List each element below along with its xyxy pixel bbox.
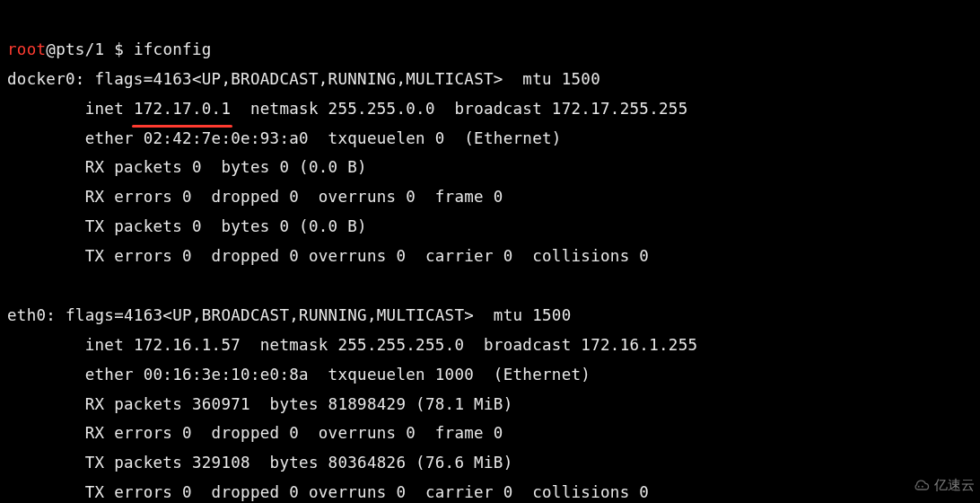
svg-point-0 bbox=[918, 486, 920, 488]
prompt-host: pts/1 bbox=[56, 40, 104, 58]
tx-errors-line: TX errors 0 dropped 0 overruns 0 carrier… bbox=[7, 247, 649, 265]
svg-point-1 bbox=[922, 486, 923, 488]
inet-rest: netmask 255.255.0.0 broadcast 172.17.255… bbox=[231, 100, 687, 118]
iface-flags: : flags=4163<UP,BROADCAST,RUNNING,MULTIC… bbox=[46, 306, 571, 324]
inet-line: inet 172.16.1.57 netmask 255.255.255.0 b… bbox=[7, 336, 697, 354]
inet-prefix: inet bbox=[7, 336, 134, 354]
inet-rest: netmask 255.255.255.0 broadcast 172.16.1… bbox=[241, 336, 697, 354]
inet-address: 172.16.1.57 bbox=[134, 336, 241, 354]
tx-errors-line: TX errors 0 dropped 0 overruns 0 carrier… bbox=[7, 483, 649, 501]
cloud-icon bbox=[913, 476, 931, 494]
iface-header: docker0: flags=4163<UP,BROADCAST,RUNNING… bbox=[7, 70, 600, 88]
prompt-dollar: $ bbox=[104, 40, 134, 58]
iface-header: eth0: flags=4163<UP,BROADCAST,RUNNING,MU… bbox=[7, 306, 571, 324]
rx-packets-line: RX packets 0 bytes 0 (0.0 B) bbox=[7, 158, 367, 176]
prompt-user: root bbox=[7, 40, 46, 58]
watermark: 亿速云 bbox=[913, 472, 975, 498]
ether-line: ether 00:16:3e:10:e0:8a txqueuelen 1000 … bbox=[7, 366, 591, 384]
tx-packets-line: TX packets 329108 bytes 80364826 (76.6 M… bbox=[7, 454, 512, 472]
ether-line: ether 02:42:7e:0e:93:a0 txqueuelen 0 (Et… bbox=[7, 129, 562, 147]
rx-errors-line: RX errors 0 dropped 0 overruns 0 frame 0 bbox=[7, 188, 503, 206]
rx-errors-line: RX errors 0 dropped 0 overruns 0 frame 0 bbox=[7, 424, 503, 442]
tx-packets-line: TX packets 0 bytes 0 (0.0 B) bbox=[7, 217, 367, 235]
iface-flags: : flags=4163<UP,BROADCAST,RUNNING,MULTIC… bbox=[75, 70, 600, 88]
rx-packets-line: RX packets 360971 bytes 81898429 (78.1 M… bbox=[7, 395, 512, 413]
iface-name: docker0 bbox=[7, 70, 75, 88]
terminal-output[interactable]: root@pts/1 $ ifconfig docker0: flags=416… bbox=[0, 0, 980, 503]
inet-line: inet 172.17.0.1 netmask 255.255.0.0 broa… bbox=[7, 100, 688, 118]
watermark-text: 亿速云 bbox=[934, 472, 975, 498]
command: ifconfig bbox=[134, 40, 212, 58]
inet-prefix: inet bbox=[7, 100, 134, 118]
inet-address-highlight: 172.17.0.1 bbox=[134, 94, 231, 124]
iface-name: eth0 bbox=[7, 306, 46, 324]
prompt-line: root@pts/1 $ ifconfig bbox=[7, 40, 212, 58]
prompt-at: @ bbox=[46, 40, 56, 58]
